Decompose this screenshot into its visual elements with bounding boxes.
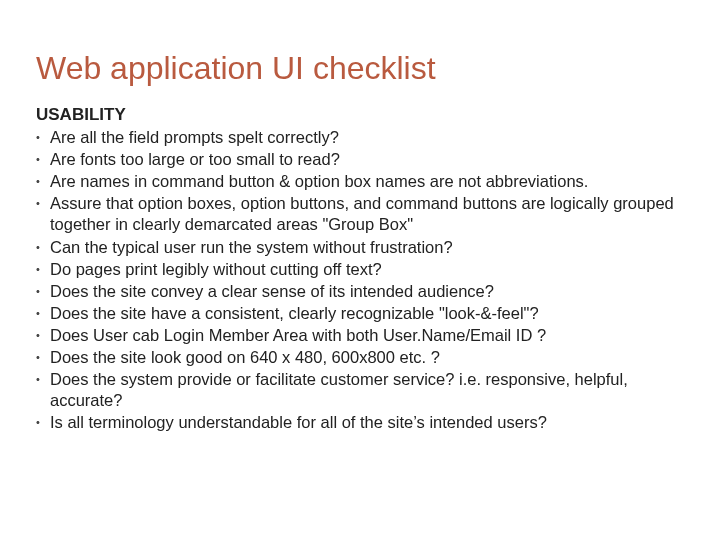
- list-item: Is all terminology understandable for al…: [36, 412, 684, 433]
- list-item: Are all the field prompts spelt correctl…: [36, 127, 684, 148]
- checklist: Are all the field prompts spelt correctl…: [36, 127, 684, 434]
- list-item: Can the typical user run the system with…: [36, 237, 684, 258]
- list-item: Does User cab Login Member Area with bot…: [36, 325, 684, 346]
- list-item: Assure that option boxes, option buttons…: [36, 193, 684, 235]
- list-item: Does the site have a consistent, clearly…: [36, 303, 684, 324]
- section-heading: USABILITY: [36, 105, 684, 125]
- list-item: Do pages print legibly without cutting o…: [36, 259, 684, 280]
- slide: Web application UI checklist USABILITY A…: [0, 0, 720, 455]
- slide-title: Web application UI checklist: [36, 50, 684, 87]
- list-item: Does the site look good on 640 x 480, 60…: [36, 347, 684, 368]
- list-item: Are names in command button & option box…: [36, 171, 684, 192]
- list-item: Does the site convey a clear sense of it…: [36, 281, 684, 302]
- list-item: Does the system provide or facilitate cu…: [36, 369, 684, 411]
- list-item: Are fonts too large or too small to read…: [36, 149, 684, 170]
